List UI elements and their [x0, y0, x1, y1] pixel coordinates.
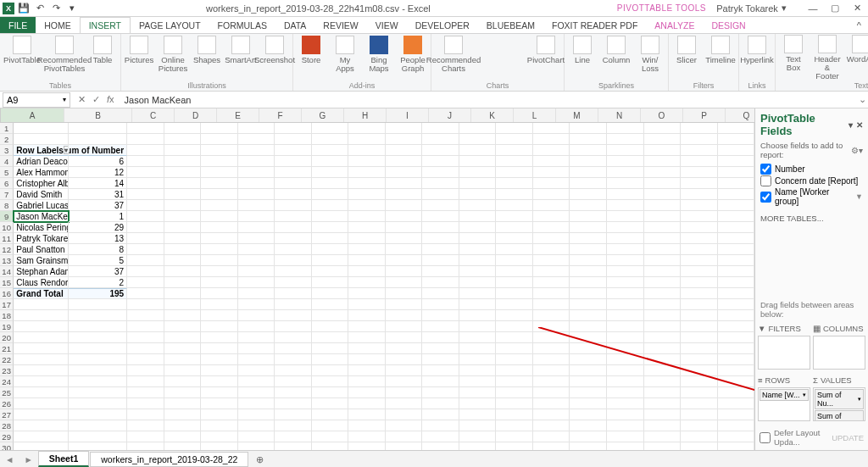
- cell-L6[interactable]: [459, 178, 497, 189]
- pane-close-icon[interactable]: ✕: [856, 120, 863, 130]
- cell-H15[interactable]: [312, 277, 349, 288]
- cell-D24[interactable]: [164, 376, 202, 387]
- col-header-F[interactable]: F: [259, 108, 302, 122]
- cell-G24[interactable]: [275, 376, 312, 387]
- fx-icon[interactable]: fx: [107, 94, 114, 105]
- cell-P20[interactable]: [607, 332, 644, 343]
- cell-K28[interactable]: [422, 420, 459, 431]
- cell-B18[interactable]: [69, 310, 127, 321]
- cell-M13[interactable]: [496, 255, 533, 266]
- row-header[interactable]: 2: [0, 134, 14, 145]
- cell-E10[interactable]: [201, 222, 238, 233]
- cell-H20[interactable]: [312, 332, 349, 343]
- col-header-K[interactable]: K: [471, 108, 514, 122]
- name-box[interactable]: A9▾: [3, 92, 70, 108]
- cell-M30[interactable]: [496, 442, 533, 450]
- cell-O13[interactable]: [570, 255, 607, 266]
- cell-R2[interactable]: [681, 134, 718, 145]
- cell-E4[interactable]: [201, 156, 238, 167]
- cell-K19[interactable]: [422, 321, 459, 332]
- cell-N19[interactable]: [533, 321, 570, 332]
- cell-S19[interactable]: [718, 321, 754, 332]
- cell-S22[interactable]: [718, 354, 754, 365]
- tab-file[interactable]: FILE: [0, 17, 36, 33]
- cell-H23[interactable]: [312, 365, 349, 376]
- cell-L22[interactable]: [459, 354, 497, 365]
- cell-P16[interactable]: [607, 288, 644, 299]
- cell-J26[interactable]: [386, 398, 423, 409]
- cell-H30[interactable]: [312, 442, 349, 450]
- cell-Q28[interactable]: [644, 420, 682, 431]
- sparkline-column-button[interactable]: Column: [602, 36, 631, 64]
- cell-M14[interactable]: [496, 266, 533, 277]
- cell-S26[interactable]: [718, 398, 754, 409]
- cell-I8[interactable]: [348, 200, 386, 211]
- minimize-button[interactable]: —: [802, 0, 824, 17]
- cell-O24[interactable]: [570, 376, 607, 387]
- user-account[interactable]: Patryk Tokarek ▾: [716, 3, 787, 14]
- cell-G22[interactable]: [275, 354, 312, 365]
- cell-P18[interactable]: [607, 310, 644, 321]
- cell-C15[interactable]: [127, 277, 164, 288]
- cell-J24[interactable]: [386, 376, 423, 387]
- cell-C21[interactable]: [127, 343, 164, 354]
- cell-A25[interactable]: [14, 387, 69, 398]
- cell-J30[interactable]: [386, 442, 423, 450]
- cell-Q21[interactable]: [644, 343, 682, 354]
- cell-Q25[interactable]: [644, 387, 682, 398]
- cell-E20[interactable]: [201, 332, 238, 343]
- cell-R1[interactable]: [681, 123, 718, 134]
- cell-E25[interactable]: [201, 387, 238, 398]
- cell-F14[interactable]: [238, 266, 275, 277]
- cell-I9[interactable]: [348, 211, 386, 222]
- cell-O5[interactable]: [570, 167, 607, 178]
- cell-N9[interactable]: [533, 211, 570, 222]
- cell-H8[interactable]: [312, 200, 349, 211]
- cell-N24[interactable]: [533, 376, 570, 387]
- cell-A1[interactable]: [14, 123, 69, 134]
- cell-B8[interactable]: 37: [69, 200, 127, 211]
- cell-E1[interactable]: [201, 123, 238, 134]
- cell-A29[interactable]: [14, 431, 69, 442]
- cell-K6[interactable]: [422, 178, 459, 189]
- cell-G25[interactable]: [275, 387, 312, 398]
- cell-J19[interactable]: [386, 321, 423, 332]
- cell-I28[interactable]: [348, 420, 386, 431]
- cell-O11[interactable]: [570, 233, 607, 244]
- cell-A17[interactable]: [14, 299, 69, 310]
- cell-H1[interactable]: [312, 123, 349, 134]
- cell-G19[interactable]: [275, 321, 312, 332]
- cell-L11[interactable]: [459, 233, 497, 244]
- cell-Q9[interactable]: [644, 211, 682, 222]
- col-header-C[interactable]: C: [132, 108, 175, 122]
- cell-B9[interactable]: 1: [69, 211, 127, 222]
- cell-N5[interactable]: [533, 167, 570, 178]
- cell-J20[interactable]: [386, 332, 423, 343]
- cell-L19[interactable]: [459, 321, 497, 332]
- cell-F21[interactable]: [238, 343, 275, 354]
- cell-O7[interactable]: [570, 189, 607, 200]
- cell-A26[interactable]: [14, 398, 69, 409]
- cell-D3[interactable]: [164, 145, 202, 156]
- cell-I22[interactable]: [348, 354, 386, 365]
- cell-M12[interactable]: [496, 244, 533, 255]
- cell-B7[interactable]: 31: [69, 189, 127, 200]
- row-header[interactable]: 23: [0, 365, 14, 376]
- cell-N4[interactable]: [533, 156, 570, 167]
- cell-M16[interactable]: [496, 288, 533, 299]
- row-header[interactable]: 14: [0, 266, 14, 277]
- cell-P10[interactable]: [607, 222, 644, 233]
- cell-S16[interactable]: [718, 288, 754, 299]
- cell-K14[interactable]: [422, 266, 459, 277]
- cell-O29[interactable]: [570, 431, 607, 442]
- cell-I13[interactable]: [348, 255, 386, 266]
- cell-B5[interactable]: 12: [69, 167, 127, 178]
- cell-P13[interactable]: [607, 255, 644, 266]
- cell-B3[interactable]: Sum of Number: [69, 145, 127, 156]
- cell-G12[interactable]: [275, 244, 312, 255]
- cell-B26[interactable]: [69, 398, 127, 409]
- cell-I16[interactable]: [348, 288, 386, 299]
- cell-B11[interactable]: 13: [69, 233, 127, 244]
- cell-D23[interactable]: [164, 365, 202, 376]
- cell-H29[interactable]: [312, 431, 349, 442]
